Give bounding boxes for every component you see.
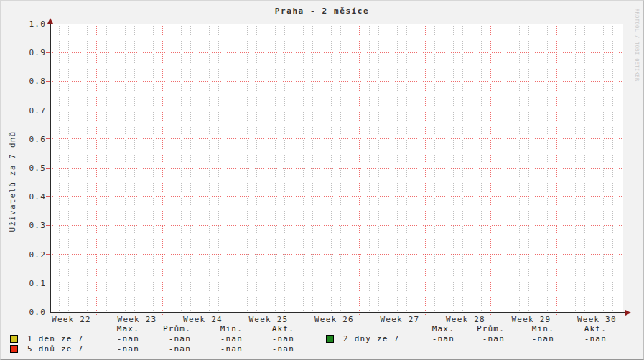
gridline-day-minor <box>303 24 304 313</box>
y-tick-label: 0.1 <box>20 279 46 288</box>
gridline-day-minor <box>388 24 388 313</box>
y-axis-tick-mark <box>46 110 50 110</box>
legend-value: -nan <box>198 344 243 354</box>
plot-area <box>50 24 623 312</box>
chart-title: Praha - 2 měsíce <box>1 6 643 16</box>
gridline-day-minor <box>275 24 276 313</box>
gridline-day-minor <box>209 24 210 313</box>
legend-column-header: Min. <box>198 324 243 333</box>
gridline-day-minor <box>340 24 341 313</box>
gridline-day-minor <box>481 24 482 313</box>
x-tick-label: Week 26 <box>305 315 363 324</box>
gridline-y-major <box>50 81 623 82</box>
legend-column-header: Min. <box>510 324 554 333</box>
gridline-week-major <box>294 24 294 316</box>
y-axis-tick-mark <box>46 24 50 24</box>
y-axis-tick-mark <box>46 52 50 53</box>
legend-series-label: 1 den ze 7 <box>27 334 83 344</box>
gridline-y-major <box>50 196 623 197</box>
y-tick-label: 0.8 <box>20 77 46 86</box>
gridline-week-major <box>490 24 491 316</box>
gridline-day-minor <box>462 24 463 313</box>
gridline-day-minor <box>416 24 416 313</box>
y-axis-tick-mark <box>46 225 50 226</box>
gridline-y-major <box>50 283 623 283</box>
gridline-day-minor <box>397 24 398 313</box>
gridline-day-minor <box>87 24 88 313</box>
gridline-day-minor <box>172 24 172 313</box>
gridline-day-minor <box>134 24 135 313</box>
gridline-day-minor <box>190 24 191 313</box>
gridline-day-minor <box>116 24 116 313</box>
x-axis-arrow-icon <box>625 310 631 316</box>
gridline-day-minor <box>510 24 510 313</box>
gridline-day-minor <box>312 24 313 313</box>
gridline-y-major <box>50 24 623 24</box>
gridline-day-minor <box>566 24 566 313</box>
legend-column-header: Prům. <box>460 324 505 333</box>
gridline-day-minor <box>238 24 238 313</box>
legend-value: -nan <box>410 334 454 344</box>
legend-value: -nan <box>95 334 139 344</box>
x-tick-label: Week 30 <box>568 315 625 324</box>
gridline-day-minor <box>538 24 538 313</box>
x-tick-label: Week 22 <box>42 315 100 324</box>
y-axis-title: Uživatelů za 7 dnů <box>8 131 17 232</box>
gridline-day-minor <box>106 24 107 313</box>
gridline-day-minor <box>519 24 520 313</box>
gridline-y-major <box>50 254 623 255</box>
gridline-day-minor <box>125 24 126 313</box>
gridline-day-minor <box>528 24 529 313</box>
y-axis-tick-mark <box>46 168 50 169</box>
x-tick-label: Week 24 <box>174 315 231 324</box>
x-tick-label: Week 25 <box>240 315 297 324</box>
gridline-week-major <box>162 24 163 316</box>
y-axis-tick-mark <box>46 81 50 82</box>
y-axis-tick-mark <box>46 138 50 139</box>
y-tick-label: 0.4 <box>20 192 46 202</box>
gridline-day-minor <box>594 24 594 313</box>
gridline-week-major <box>228 24 228 316</box>
y-tick-label: 0.3 <box>20 221 46 230</box>
legend-value: -nan <box>460 334 505 344</box>
y-axis-tick-mark <box>46 254 50 255</box>
legend-column-header: Max. <box>95 324 139 333</box>
y-tick-label: 0.7 <box>20 106 46 115</box>
gridline-day-minor <box>547 24 548 313</box>
x-tick-label: Week 28 <box>437 315 494 324</box>
gridline-day-minor <box>322 24 322 313</box>
legend-swatch <box>10 335 18 343</box>
gridline-y-major <box>50 110 623 110</box>
gridline-week-major <box>556 24 557 316</box>
gridline-day-minor <box>144 24 144 313</box>
gridline-y-major <box>50 52 623 53</box>
rrdtool-graph: Praha - 2 měsíce Uživatelů za 7 dnů RRDT… <box>0 0 644 360</box>
gridline-day-minor <box>584 24 585 313</box>
x-tick-label: Week 29 <box>503 315 560 324</box>
x-tick-label: Week 23 <box>108 315 166 324</box>
legend-value: -nan <box>250 334 294 344</box>
legend-swatch <box>326 335 334 343</box>
x-axis-line <box>50 312 626 313</box>
legend-value: -nan <box>510 334 554 344</box>
x-tick-label: Week 27 <box>371 315 429 324</box>
y-axis-tick-mark <box>46 283 50 283</box>
y-axis-tick-mark <box>46 196 50 197</box>
gridline-day-minor <box>266 24 266 313</box>
y-tick-label: 0.5 <box>20 164 46 173</box>
legend-value: -nan <box>250 344 294 354</box>
gridline-day-minor <box>369 24 370 313</box>
gridline-week-major <box>96 24 97 316</box>
gridline-day-minor <box>59 24 60 313</box>
gridline-y-major <box>50 138 623 139</box>
gridline-day-minor <box>434 24 435 313</box>
gridline-y-major <box>50 225 623 226</box>
legend-series-label: 5 dnů ze 7 <box>27 344 83 354</box>
legend-swatch <box>10 345 18 353</box>
gridline-day-minor <box>256 24 257 313</box>
gridline-day-minor <box>218 24 219 313</box>
legend-column-header: Akt. <box>562 324 607 333</box>
gridline-day-minor <box>603 24 604 313</box>
gridline-day-minor <box>284 24 285 313</box>
gridline-day-minor <box>350 24 350 313</box>
